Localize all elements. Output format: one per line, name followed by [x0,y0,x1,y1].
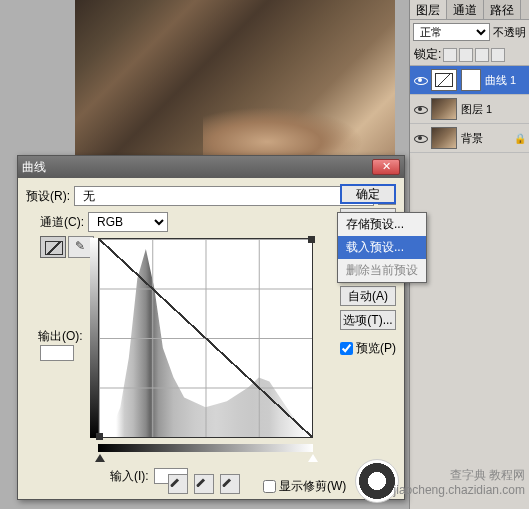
auto-button[interactable]: 自动(A) [340,286,396,306]
layer-name: 曲线 1 [485,73,516,88]
layer-thumbnail[interactable] [431,98,457,120]
tab-channels[interactable]: 通道 [447,0,484,19]
blend-mode-select[interactable]: 正常 [413,23,490,41]
show-clipping: 显示修剪(W) [263,478,346,495]
document-canvas[interactable] [75,0,395,165]
input-gradient [98,444,313,452]
gray-eyedropper[interactable] [194,474,214,494]
visibility-icon[interactable] [413,73,427,87]
black-point-slider[interactable] [95,454,105,462]
preview-checkbox[interactable] [340,342,353,355]
visibility-icon[interactable] [413,102,427,116]
watermark-logo [355,459,399,503]
lock-all-icon[interactable] [491,48,505,62]
preview-label: 预览(P) [356,340,396,357]
curves-graph[interactable] [98,238,313,438]
layer-thumbnail-curves[interactable] [431,69,457,91]
lock-row: 锁定: [410,44,529,66]
panel-tabs: 图层 通道 路径 [410,0,529,20]
close-button[interactable]: ✕ [372,159,400,175]
output-gradient [90,238,98,438]
layer-row-1[interactable]: 图层 1 [410,95,529,124]
white-point-slider[interactable] [308,454,318,462]
dialog-title: 曲线 [22,159,372,176]
opacity-label: 不透明 [493,25,526,40]
curve-point-shadow[interactable] [96,433,103,440]
ok-button[interactable]: 确定 [340,184,396,204]
dialog-titlebar[interactable]: 曲线 ✕ [18,156,404,178]
blend-mode-row: 正常 不透明 [410,20,529,44]
output-field[interactable] [40,345,74,361]
preset-label: 预设(R): [26,188,70,205]
layer-name: 图层 1 [461,102,492,117]
channel-label: 通道(C): [40,214,84,231]
layer-row-background[interactable]: 背景 🔒 [410,124,529,153]
visibility-icon[interactable] [413,131,427,145]
tab-paths[interactable]: 路径 [484,0,521,19]
preview-row: 预览(P) [340,340,396,357]
curve-point-highlight[interactable] [308,236,315,243]
options-button[interactable]: 选项(T)... [340,310,396,330]
curves-dialog: 曲线 ✕ 预设(R): 无 通道(C): RGB [17,155,405,500]
white-eyedropper[interactable] [220,474,240,494]
output-label: 输出(O): [38,328,83,361]
layer-name: 背景 [461,131,483,146]
lock-label: 锁定: [414,46,441,63]
layer-row-curves[interactable]: 曲线 1 [410,66,529,95]
curve-line[interactable] [99,239,312,437]
show-clipping-checkbox[interactable] [263,480,276,493]
lock-pixels-icon[interactable] [459,48,473,62]
layer-mask-thumbnail[interactable] [461,69,481,91]
photo-content [75,0,395,165]
lock-position-icon[interactable] [475,48,489,62]
dialog-body: 预设(R): 无 通道(C): RGB 输出(O): [18,178,404,499]
lock-icon: 🔒 [514,133,526,144]
layers-panel: 图层 通道 路径 正常 不透明 锁定: 曲线 1 图层 1 背景 🔒 [409,0,529,509]
watermark-text: 查字典 教程网 jiaocheng.chazidian.com [394,468,525,499]
menu-delete-preset: 删除当前预设 [338,259,426,282]
channel-select[interactable]: RGB [88,212,168,232]
preset-dropdown-menu: 存储预设... 载入预设... 删除当前预设 [337,212,427,283]
menu-save-preset[interactable]: 存储预设... [338,213,426,236]
black-eyedropper[interactable] [168,474,188,494]
tab-layers[interactable]: 图层 [410,0,447,19]
show-clipping-label: 显示修剪(W) [279,478,346,495]
eyedropper-tools [168,474,240,494]
curve-tool-button[interactable] [40,236,66,258]
menu-load-preset[interactable]: 载入预设... [338,236,426,259]
lock-transparency-icon[interactable] [443,48,457,62]
layer-thumbnail[interactable] [431,127,457,149]
preset-select[interactable]: 无 [74,186,374,206]
